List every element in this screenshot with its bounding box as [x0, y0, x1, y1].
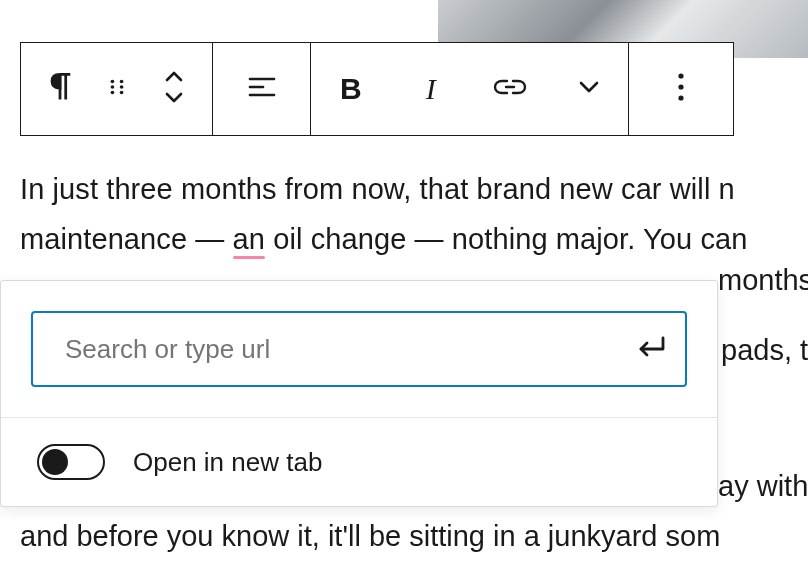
svg-point-10 [678, 84, 683, 89]
bold-button[interactable]: B [311, 43, 391, 135]
link-popover: Open in new tab [0, 280, 718, 507]
text-line: and before you know it, it'll be sitting… [20, 520, 720, 553]
align-left-icon [247, 74, 277, 104]
text-line: In just three months from now, that bran… [20, 165, 808, 215]
svg-point-11 [678, 95, 683, 100]
block-type-button[interactable] [31, 43, 88, 135]
toolbar-group-block [21, 43, 213, 135]
svg-point-5 [119, 91, 123, 95]
svg-point-2 [110, 85, 114, 89]
text-line: maintenance — an oil change — nothing ma… [20, 215, 808, 265]
link-url-input[interactable] [63, 333, 637, 366]
italic-label: I [426, 72, 436, 106]
svg-point-9 [678, 73, 683, 78]
text-fragment: ay with [718, 470, 808, 503]
toolbar-group-options [629, 43, 733, 135]
link-toggle-row: Open in new tab [1, 418, 717, 506]
bold-label: B [340, 72, 362, 106]
drag-handle-icon [106, 76, 128, 102]
svg-point-3 [119, 85, 123, 89]
svg-point-4 [110, 91, 114, 95]
italic-button[interactable]: I [391, 43, 471, 135]
chevron-down-icon [578, 80, 600, 98]
move-up-down-icon [162, 69, 186, 109]
svg-point-1 [119, 80, 123, 84]
svg-point-0 [110, 80, 114, 84]
open-new-tab-toggle[interactable] [37, 444, 105, 480]
paragraph-icon [46, 71, 74, 107]
toolbar-group-align [213, 43, 311, 135]
text-fragment: months [718, 264, 808, 297]
drag-handle[interactable] [88, 43, 145, 135]
more-vertical-icon [677, 72, 685, 106]
options-button[interactable] [629, 43, 733, 135]
link-input-wrap [31, 311, 687, 387]
submit-icon[interactable] [637, 335, 667, 363]
more-format-button[interactable] [550, 43, 628, 135]
move-up-down[interactable] [145, 43, 202, 135]
link-button[interactable] [471, 43, 551, 135]
spellcheck-underline: an [233, 223, 265, 255]
toggle-label: Open in new tab [133, 447, 322, 478]
link-input-row [1, 281, 717, 417]
toolbar-group-format: B I [311, 43, 629, 135]
toggle-knob [42, 449, 68, 475]
align-button[interactable] [213, 43, 310, 135]
link-icon [493, 77, 527, 101]
paragraph-content[interactable]: In just three months from now, that bran… [20, 165, 808, 265]
text-fragment: pads, t [721, 334, 808, 367]
block-toolbar: B I [20, 42, 734, 136]
